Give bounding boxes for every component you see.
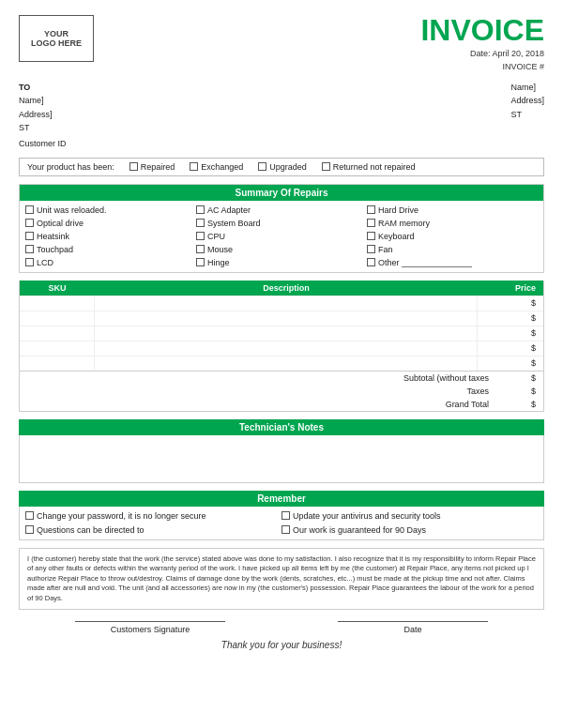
grand-total-row: Grand Total $ — [20, 398, 543, 411]
upgraded-option[interactable]: Upgraded — [258, 162, 307, 172]
repairs-header: Summary Of Repairs — [20, 185, 543, 201]
repairs-grid: Unit was reloaded. AC Adapter Hard Drive… — [20, 201, 543, 272]
td-sku-0 — [20, 296, 95, 311]
to-section: TO Name] Address] ST Customer ID Name] A… — [19, 81, 544, 150]
repair-item-10[interactable]: Mouse — [196, 244, 367, 255]
taxes-row: Taxes $ — [20, 385, 543, 398]
repairs-section: Summary Of Repairs Unit was reloaded. AC… — [19, 184, 544, 273]
customer-signature-block: Customers Signature — [75, 621, 225, 634]
repair-checkbox-1[interactable] — [196, 205, 205, 214]
repair-checkbox-11[interactable] — [367, 245, 375, 253]
returned-label: Returned not repaired — [333, 162, 416, 172]
repair-item-1[interactable]: AC Adapter — [196, 205, 367, 216]
repair-item-12[interactable]: LCD — [25, 257, 196, 268]
repair-checkbox-12[interactable] — [25, 258, 34, 266]
exchanged-option[interactable]: Exchanged — [190, 162, 243, 172]
thank-you: Thank you for your business! — [19, 640, 544, 650]
repair-item-9[interactable]: Touchpad — [25, 244, 196, 255]
repair-checkbox-3[interactable] — [25, 219, 34, 227]
product-bar: Your product has been: Repaired Exchange… — [19, 158, 544, 176]
invoice-title-block: INVOICE Date: April 20, 2018 INVOICE # — [420, 15, 544, 71]
remember-grid: Change your password, it is no longer se… — [20, 507, 543, 539]
remember-section: Remember Change your password, it is no … — [19, 491, 544, 540]
tech-notes-section: Technician's Notes — [19, 419, 544, 483]
customer-sig-label: Customers Signature — [111, 625, 190, 634]
repaired-checkbox[interactable] — [129, 162, 138, 171]
repair-checkbox-13[interactable] — [196, 258, 205, 266]
repair-item-4[interactable]: System Board — [196, 218, 367, 229]
date-sig-line — [338, 621, 488, 622]
td-price-4: $ — [478, 356, 543, 371]
repair-checkbox-6[interactable] — [25, 232, 34, 240]
td-desc-2 — [95, 326, 478, 341]
repair-label-10: Mouse — [207, 245, 233, 254]
repair-item-5[interactable]: RAM memory — [367, 218, 538, 229]
repair-item-6[interactable]: Heatsink — [25, 231, 196, 242]
repair-label-6: Heatsink — [37, 232, 69, 241]
repair-label-5: RAM memory — [378, 219, 430, 228]
to-address: Address] — [19, 108, 67, 121]
exchanged-label: Exchanged — [201, 162, 243, 172]
repair-item-8[interactable]: Keyboard — [367, 231, 538, 242]
td-sku-4 — [20, 356, 95, 371]
repair-checkbox-4[interactable] — [196, 219, 205, 227]
invoice-title: INVOICE — [420, 15, 544, 45]
repair-label-11: Fan — [378, 245, 393, 254]
remember-label-1: Update your antivirus and security tools — [293, 511, 441, 521]
remember-checkbox-0[interactable] — [25, 511, 34, 520]
from-address: Address] — [510, 94, 544, 107]
to-right: Name] Address] ST — [510, 81, 544, 150]
remember-checkbox-1[interactable] — [282, 511, 290, 520]
to-left: TO Name] Address] ST Customer ID — [19, 81, 67, 150]
repair-item-13[interactable]: Hinge — [196, 257, 367, 268]
upgraded-label: Upgraded — [269, 162, 307, 172]
from-state: ST — [510, 108, 544, 121]
repair-item-14: Other _______________ — [367, 257, 538, 268]
repair-item-0[interactable]: Unit was reloaded. — [25, 205, 196, 216]
repair-item-3[interactable]: Optical drive — [25, 218, 196, 229]
remember-checkbox-3[interactable] — [282, 525, 290, 534]
remember-label-2: Questions can be directed to — [37, 525, 145, 535]
grand-total-value: $ — [508, 400, 536, 409]
tech-notes-header: Technician's Notes — [19, 419, 544, 435]
repair-item-2[interactable]: Hard Drive — [367, 205, 538, 216]
th-price: Price — [478, 281, 543, 296]
repair-item-7[interactable]: CPU — [196, 231, 367, 242]
repair-checkbox-2[interactable] — [367, 205, 375, 214]
returned-checkbox[interactable] — [322, 162, 330, 171]
subtotal-value: $ — [508, 373, 536, 383]
remember-label-3: Our work is guaranteed for 90 Days — [293, 525, 426, 535]
date-signature-block: Date — [338, 621, 488, 634]
to-name: Name] — [19, 94, 67, 107]
repair-label-4: System Board — [207, 219, 261, 228]
repair-checkbox-5[interactable] — [367, 219, 375, 227]
repair-checkbox-9[interactable] — [25, 245, 34, 253]
upgraded-checkbox[interactable] — [258, 162, 266, 171]
repair-label-1: AC Adapter — [207, 205, 251, 215]
table-row: $ — [20, 311, 543, 326]
grand-total-label: Grand Total — [446, 400, 489, 409]
repaired-option[interactable]: Repaired — [129, 162, 175, 172]
table-row: $ — [20, 296, 543, 311]
th-sku: SKU — [20, 281, 95, 296]
returned-option[interactable]: Returned not repaired — [322, 162, 416, 172]
repair-checkbox-10[interactable] — [196, 245, 205, 253]
to-state: ST — [19, 121, 67, 134]
repair-checkbox-14[interactable] — [367, 258, 375, 266]
from-name: Name] — [510, 81, 544, 94]
repair-item-11[interactable]: Fan — [367, 244, 538, 255]
repair-label-0: Unit was reloaded. — [37, 205, 107, 215]
invoice-date: Date: April 20, 2018 — [420, 49, 544, 58]
repair-label-3: Optical drive — [37, 219, 84, 228]
repair-checkbox-8[interactable] — [367, 232, 375, 240]
td-price-0: $ — [478, 296, 543, 311]
remember-item-0: Change your password, it is no longer se… — [25, 510, 282, 522]
remember-checkbox-2[interactable] — [25, 525, 34, 534]
remember-label-0: Change your password, it is no longer se… — [37, 511, 206, 521]
repair-checkbox-7[interactable] — [196, 232, 205, 240]
repair-checkbox-0[interactable] — [25, 205, 34, 214]
customer-id: Customer ID — [19, 137, 67, 150]
signature-section: Customers Signature Date — [19, 621, 544, 634]
sku-table: SKU Description Price $ $ $ $ $ — [19, 281, 544, 412]
exchanged-checkbox[interactable] — [190, 162, 198, 171]
